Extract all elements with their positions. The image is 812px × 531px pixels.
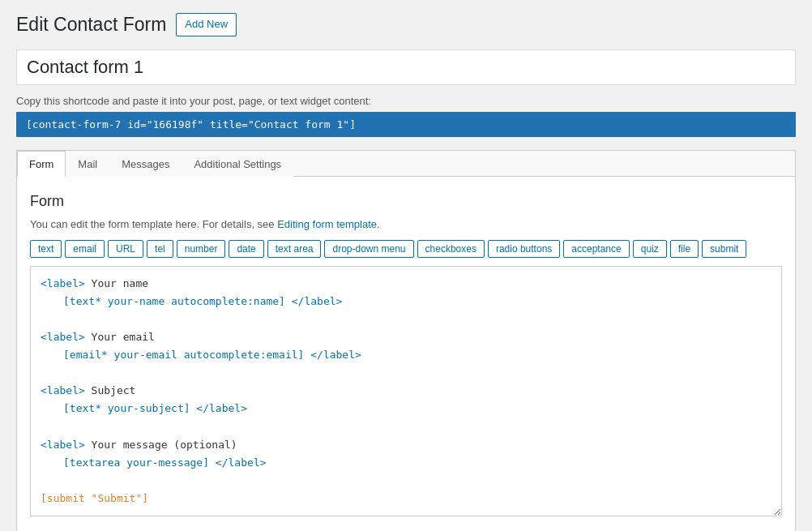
description-period: . bbox=[377, 218, 380, 230]
tab-additional-settings[interactable]: Additional Settings bbox=[182, 151, 293, 177]
tabs-container: Form Mail Messages Additional Settings F… bbox=[16, 150, 796, 531]
tag-btn-text[interactable]: text bbox=[30, 240, 62, 258]
code-line-blank-3 bbox=[41, 418, 771, 436]
tag-btn-email[interactable]: email bbox=[65, 240, 105, 258]
tag-btn-dropdown[interactable]: drop-down menu bbox=[324, 240, 413, 258]
form-name-box bbox=[16, 49, 796, 85]
tabs-nav: Form Mail Messages Additional Settings bbox=[17, 151, 795, 177]
code-line-3: <label> Your email bbox=[41, 328, 771, 346]
shortcode-bar[interactable]: [contact-form-7 id="166198f" title="Cont… bbox=[16, 112, 796, 137]
form-code-editor[interactable]: <label> Your name [text* your-name autoc… bbox=[30, 266, 782, 516]
form-section-title: Form bbox=[30, 193, 782, 210]
code-line-blank-2 bbox=[41, 364, 771, 382]
code-line-blank-1 bbox=[41, 310, 771, 328]
code-line-8: [textarea your-message] </label> bbox=[41, 454, 771, 472]
description-text: You can edit the form template here. For… bbox=[30, 218, 277, 230]
code-line-6: [text* your-subject] </label> bbox=[41, 400, 771, 418]
shortcode-description: Copy this shortcode and paste it into yo… bbox=[16, 95, 796, 107]
form-tab-content: Form You can edit the form template here… bbox=[17, 177, 795, 531]
page-title: Edit Contact Form bbox=[16, 14, 166, 36]
code-line-7: <label> Your message (optional) bbox=[41, 436, 771, 454]
tag-btn-submit[interactable]: submit bbox=[702, 240, 746, 258]
tag-btn-file[interactable]: file bbox=[670, 240, 699, 258]
tag-btn-date[interactable]: date bbox=[229, 240, 263, 258]
tag-buttons-group: text email URL tel number date text area… bbox=[30, 240, 782, 258]
form-tab-description: You can edit the form template here. For… bbox=[30, 218, 782, 230]
tab-messages[interactable]: Messages bbox=[109, 151, 182, 177]
tag-btn-textarea[interactable]: text area bbox=[267, 240, 322, 258]
tab-form[interactable]: Form bbox=[17, 151, 66, 177]
code-line-5: <label> Subject bbox=[41, 382, 771, 400]
tag-btn-acceptance[interactable]: acceptance bbox=[563, 240, 629, 258]
code-line-submit: [submit "Submit"] bbox=[41, 490, 771, 507]
editing-template-link[interactable]: Editing form template bbox=[277, 218, 377, 230]
add-new-button[interactable]: Add New bbox=[176, 13, 237, 36]
page-header: Edit Contact Form Add New bbox=[16, 13, 796, 36]
code-line-4: [email* your-email autocomplete:email] <… bbox=[41, 346, 771, 364]
code-line-2: [text* your-name autocomplete:name] </la… bbox=[41, 293, 771, 310]
tag-btn-quiz[interactable]: quiz bbox=[633, 240, 667, 258]
tag-btn-url[interactable]: URL bbox=[108, 240, 143, 258]
tab-mail[interactable]: Mail bbox=[66, 151, 109, 177]
page-wrapper: Edit Contact Form Add New Copy this shor… bbox=[0, 0, 812, 531]
code-line-1: <label> Your name bbox=[41, 275, 771, 293]
code-line-blank-4 bbox=[41, 472, 771, 490]
tag-btn-tel[interactable]: tel bbox=[147, 240, 173, 258]
tag-btn-number[interactable]: number bbox=[177, 240, 226, 258]
tag-btn-radio[interactable]: radio buttons bbox=[488, 240, 560, 258]
form-name-input[interactable] bbox=[27, 57, 785, 78]
tag-btn-checkboxes[interactable]: checkboxes bbox=[417, 240, 485, 258]
